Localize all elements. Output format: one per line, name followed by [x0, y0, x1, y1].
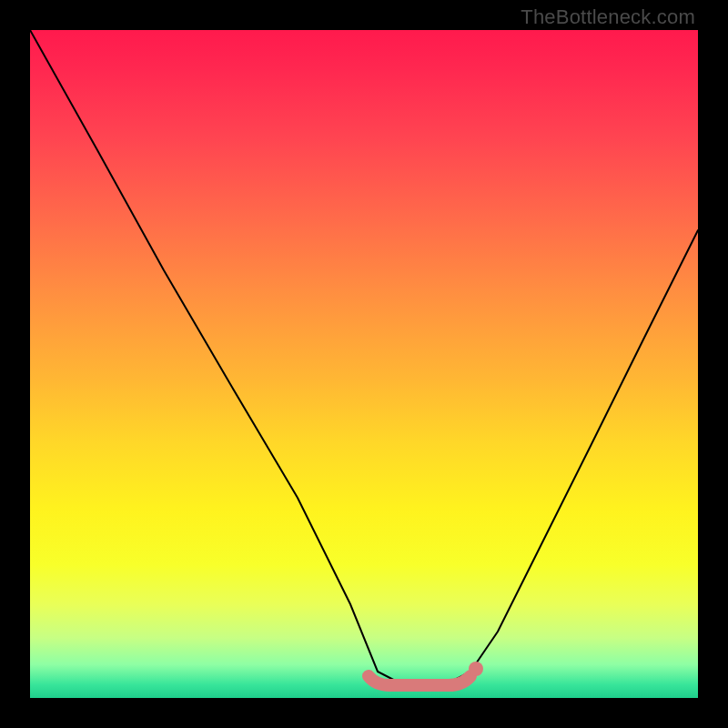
bottleneck-curve	[30, 30, 698, 685]
attribution-text: TheBottleneck.com	[521, 5, 695, 29]
chart-frame: TheBottleneck.com	[0, 0, 728, 728]
curve-layer	[30, 30, 698, 698]
plot-area	[30, 30, 698, 698]
optimal-dot	[469, 662, 483, 676]
optimal-range-marker	[369, 676, 470, 685]
